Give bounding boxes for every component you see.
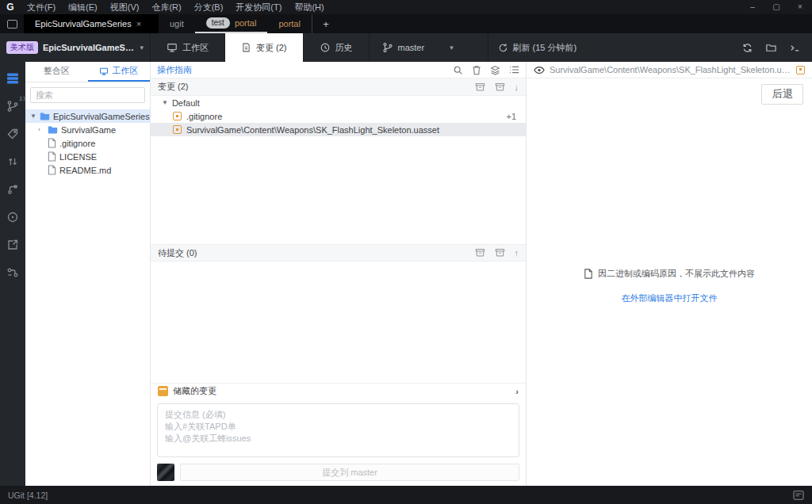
search-icon[interactable] [453,65,463,75]
modified-status-icon [173,125,182,134]
stashed-changes-row[interactable]: 储藏的变更 › [151,383,526,399]
file-icon [48,151,56,162]
left-nav-rail: 17 [0,62,25,486]
diff-file-path: SurvivalGame\Content\Weapons\SK_FlashLig… [550,65,791,74]
changes-list-icon[interactable] [6,71,20,86]
menu-file[interactable]: 文件(F) [21,0,62,14]
back-button[interactable]: 后退 [761,84,803,105]
tree-item-root[interactable]: ▼ EpicSurvivalGameSeries [25,109,150,123]
tree-item-survivalgame[interactable]: › SurvivalGame [25,123,150,136]
branch-selector[interactable]: master ▾ [370,33,488,62]
new-window-icon[interactable] [0,14,24,33]
operation-guide-link[interactable]: 操作指南 [157,64,192,76]
open-folder-icon[interactable] [760,33,782,62]
expander-open-icon[interactable]: ▼ [162,99,168,106]
unstage-all-icon[interactable]: ↑ [515,248,519,258]
open-external-link[interactable]: 在外部编辑器中打开文件 [622,292,718,304]
changed-file-name: SurvivalGame\Content\Weapons\SK_FlashLig… [186,125,439,135]
changes-toolbar-icons [453,65,519,75]
toolbar: 美术版 EpicSurvivalGameSeries ▾ 工作区 变更 (2) … [0,33,812,62]
refresh-button[interactable]: 刷新 (15 分钟前) [488,33,587,62]
tree-item-gitignore[interactable]: .gitignore [25,136,150,150]
tab-label: 整合区 [44,65,70,77]
repo-tab-label: ugit [170,19,184,29]
toolbar-tab-changes[interactable]: 变更 (2) [225,33,304,62]
changes-file-icon [241,42,251,53]
new-tab-button[interactable]: + [312,14,339,33]
tab-integration-area[interactable]: 整合区 [25,62,88,82]
menu-branch[interactable]: 分支(B) [188,0,230,14]
repo-selector[interactable]: 美术版 EpicSurvivalGameSeries ▾ [0,33,151,62]
changed-file-row-gitignore[interactable]: .gitignore +1 [151,109,526,123]
repo-tab-portal-test[interactable]: test portal [195,14,268,33]
menu-help[interactable]: 帮助(H) [288,0,330,14]
staged-section-actions: ↑ [475,248,519,258]
maximize-button[interactable]: ▢ [764,0,788,14]
repo-tab-ugit[interactable]: ugit [159,14,195,33]
merge-request-icon[interactable] [6,182,20,197]
commit-button[interactable]: 提交到 master [180,464,519,481]
list-view-icon[interactable] [509,65,519,74]
monitor-icon [99,67,109,76]
changed-file-row-uasset[interactable]: SurvivalGame\Content\Weapons\SK_FlashLig… [151,123,526,136]
commit-placeholder-line: 输入@关联工蜂issues [165,433,511,445]
app-logo: G [0,2,21,13]
log-console-icon[interactable] [793,491,804,500]
commit-message-input[interactable]: 提交信息 (必填) 输入#关联TAPD单 输入@关联工蜂issues [157,403,519,457]
export-icon[interactable] [6,238,20,252]
branches-icon[interactable]: 17 [6,99,20,113]
push-pull-icon[interactable] [6,155,20,169]
tree-item-license[interactable]: LICENSE [25,150,150,163]
stash-box-icon[interactable] [475,82,485,92]
search-input[interactable] [31,88,144,102]
chevron-right-icon[interactable]: › [515,387,519,396]
file-icon [48,165,56,175]
close-tab-icon[interactable]: × [136,19,141,29]
tree-item-readme[interactable]: README.md [25,163,150,177]
menu-repository[interactable]: 仓库(R) [145,0,187,14]
branch-count-badge: 17 [19,95,26,102]
discard-trash-icon[interactable] [472,65,481,75]
modified-status-icon [173,112,182,120]
binary-file-message-text: 因二进制或编码原因，不展示此文件内容 [598,268,755,280]
repo-tab-portal[interactable]: portal [267,14,312,33]
changed-file-name: .gitignore [186,112,222,121]
tab-env-badge: test [206,17,230,29]
repo-tab-epicsurvivalgameseries[interactable]: EpicSurvivalGameSeries × [24,14,159,33]
expander-open-icon[interactable]: ▼ [30,113,36,120]
toolbar-right-actions [736,33,812,62]
history-clock-icon [320,42,331,53]
menu-collaboration[interactable]: 开发协同(T) [229,0,288,14]
menu-edit[interactable]: 编辑(E) [62,0,104,14]
repo-tab-label: portal [235,18,257,28]
terminal-icon[interactable] [783,33,806,62]
monitor-icon [167,42,178,53]
tags-icon[interactable] [6,127,20,141]
toolbar-tab-workspace[interactable]: 工作区 [151,33,225,62]
workflow-icon[interactable] [6,265,20,280]
binary-file-message: 因二进制或编码原因，不展示此文件内容 [584,268,755,280]
eye-icon [534,66,545,74]
stash-box-icon[interactable] [475,248,485,258]
diff-file-header: SurvivalGame\Content\Weapons\SK_FlashLig… [527,62,812,78]
stash-keep-box-icon[interactable] [495,82,505,92]
close-button[interactable]: × [788,0,812,14]
changes-panel: 操作指南 变更 (2) ↓ ▼ Default [151,62,527,486]
issues-icon[interactable] [6,210,20,224]
commit-action-row: 提交到 master [151,457,526,486]
toolbar-tab-label: 历史 [335,42,353,54]
expander-closed-icon[interactable]: › [38,126,44,133]
toolbar-tab-history[interactable]: 历史 [304,33,370,62]
tab-workspace-area[interactable]: 工作区 [88,62,151,82]
tree-item-label: SurvivalGame [61,125,116,135]
stash-keep-box-icon[interactable] [495,248,505,258]
repo-tab-bar: EpicSurvivalGameSeries × ugit test porta… [0,14,812,33]
changelist-group-default[interactable]: ▼ Default [151,96,526,109]
stage-all-icon[interactable]: ↓ [515,82,519,92]
folder-icon [48,125,58,134]
stack-view-icon[interactable] [490,65,500,75]
menu-view[interactable]: 视图(V) [104,0,146,14]
sync-icon[interactable] [736,33,758,62]
chevron-down-icon: ▾ [450,44,454,52]
minimize-button[interactable]: – [741,0,764,14]
